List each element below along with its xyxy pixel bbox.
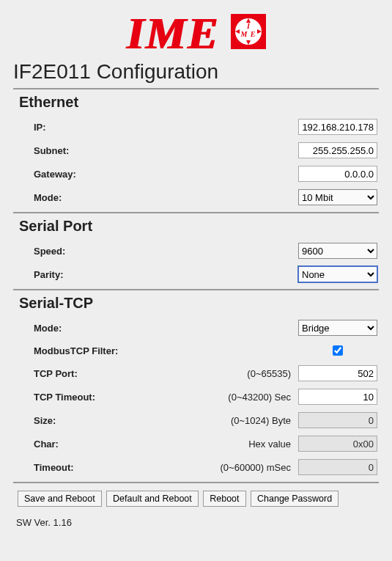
default-reboot-button[interactable]: Default and Reboot xyxy=(106,491,199,507)
input-gateway[interactable] xyxy=(298,166,377,182)
label-size: Size: xyxy=(34,415,144,426)
divider xyxy=(13,212,379,213)
hint-tcp-timeout: (0~43200) Sec xyxy=(144,392,297,403)
group-serial: Serial Port Speed: 9600 Parity: None xyxy=(13,218,379,286)
row-size: Size: (0~1024) Byte xyxy=(15,408,377,432)
hint-char: Hex value xyxy=(144,439,297,450)
logo-header: IME I M E xyxy=(13,10,379,56)
divider xyxy=(13,482,379,483)
group-ethernet: Ethernet IP: Subnet: Gateway: Mode: xyxy=(13,94,379,209)
group-serialtcp: Serial-TCP Mode: Bridge ModbusTCP Filter… xyxy=(13,295,379,479)
change-password-button[interactable]: Change Password xyxy=(251,491,339,507)
select-speed[interactable]: 9600 xyxy=(298,243,377,259)
row-tcp-timeout: TCP Timeout: (0~43200) Sec xyxy=(15,385,377,408)
button-row: Save and Reboot Default and Reboot Reboo… xyxy=(18,491,379,507)
input-stcp-timeout xyxy=(298,459,377,475)
input-tcp-port[interactable] xyxy=(298,365,377,381)
divider xyxy=(13,88,379,89)
label-tcp-port: TCP Port: xyxy=(34,368,144,379)
label-speed: Speed: xyxy=(34,246,144,257)
svg-text:M: M xyxy=(240,30,248,38)
select-parity[interactable]: None xyxy=(298,266,377,282)
label-parity: Parity: xyxy=(34,269,144,280)
row-speed: Speed: 9600 xyxy=(15,239,377,263)
hint-tcp-port: (0~65535) xyxy=(144,368,297,379)
group-title-serialtcp: Serial-TCP xyxy=(19,295,377,312)
label-char: Char: xyxy=(34,439,144,450)
group-title-serial: Serial Port xyxy=(19,218,377,235)
page-title: IF2E011 Configuration xyxy=(13,60,379,84)
select-eth-mode[interactable]: 10 Mbit xyxy=(298,189,377,205)
row-subnet: Subnet: xyxy=(15,139,377,162)
select-stcp-mode[interactable]: Bridge xyxy=(298,320,377,336)
svg-text:E: E xyxy=(250,30,256,38)
input-ip[interactable] xyxy=(298,119,377,135)
label-stcp-mode: Mode: xyxy=(34,323,144,334)
label-ip: IP: xyxy=(34,122,144,133)
hint-stcp-timeout: (0~60000) mSec xyxy=(144,462,297,473)
label-gateway: Gateway: xyxy=(34,169,144,180)
save-reboot-button[interactable]: Save and Reboot xyxy=(18,491,102,507)
footer-version: SW Ver. 1.16 xyxy=(16,517,379,528)
input-tcp-timeout[interactable] xyxy=(298,389,377,405)
group-title-ethernet: Ethernet xyxy=(19,94,377,111)
label-stcp-filter: ModbusTCP Filter: xyxy=(34,345,144,356)
label-subnet: Subnet: xyxy=(34,145,144,156)
row-eth-mode: Mode: 10 Mbit xyxy=(15,186,377,209)
hint-size: (0~1024) Byte xyxy=(144,415,297,426)
row-char: Char: Hex value xyxy=(15,432,377,455)
row-tcp-port: TCP Port: (0~65535) xyxy=(15,362,377,385)
row-parity: Parity: None xyxy=(15,263,377,286)
input-char xyxy=(298,436,377,452)
divider xyxy=(13,289,379,290)
checkbox-stcp-filter[interactable] xyxy=(333,345,343,356)
row-stcp-mode: Mode: Bridge xyxy=(15,316,377,340)
label-eth-mode: Mode: xyxy=(34,192,144,203)
label-tcp-timeout: TCP Timeout: xyxy=(34,392,144,403)
input-size xyxy=(298,412,377,428)
reboot-button[interactable]: Reboot xyxy=(203,491,245,507)
row-stcp-filter: ModbusTCP Filter: xyxy=(15,340,377,362)
label-stcp-timeout: Timeout: xyxy=(34,462,144,473)
row-gateway: Gateway: xyxy=(15,162,377,186)
input-subnet[interactable] xyxy=(298,142,377,158)
logo-text: IME xyxy=(126,10,219,56)
row-stcp-timeout: Timeout: (0~60000) mSec xyxy=(15,455,377,479)
logo-badge-icon: I M E xyxy=(231,14,266,52)
row-ip: IP: xyxy=(15,115,377,139)
